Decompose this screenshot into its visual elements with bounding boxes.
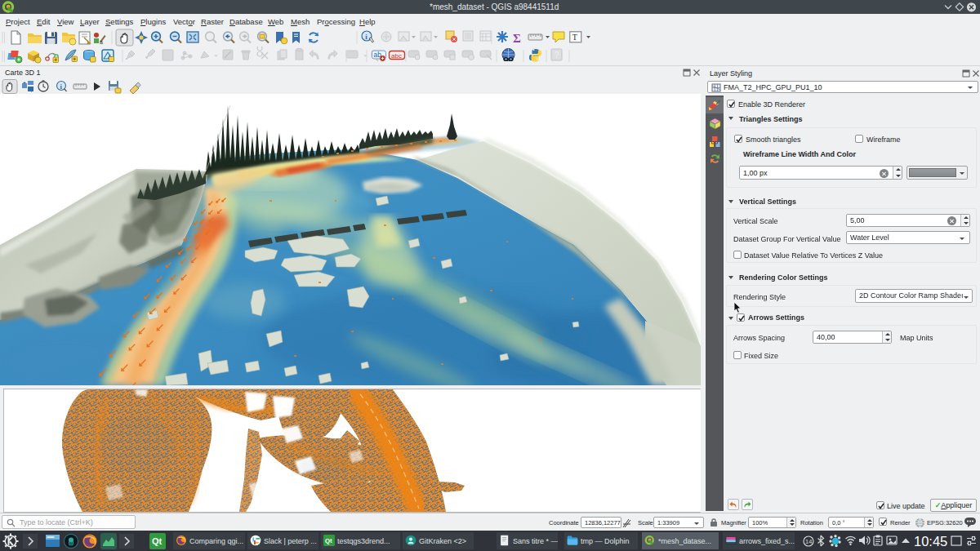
svg-text:Σ: Σ [513,32,521,45]
svg-text:T: T [572,33,577,42]
svg-text:?: ? [555,51,559,60]
svg-text:14: 14 [805,538,812,545]
svg-text:a: a [100,39,103,45]
svg-text:Qt: Qt [325,537,332,544]
svg-text:abc: abc [391,52,402,60]
svg-text:Qt: Qt [152,536,163,546]
